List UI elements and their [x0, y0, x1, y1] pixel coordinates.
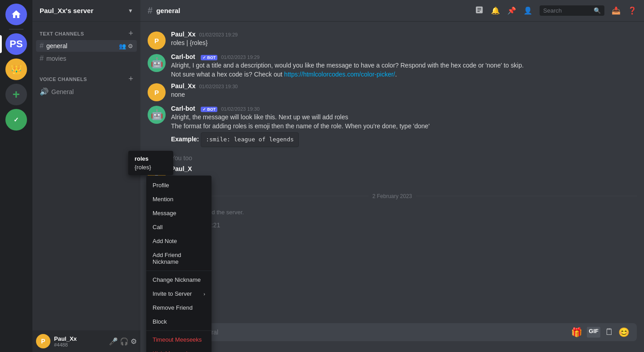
chevron-right-icon: › [203, 291, 205, 297]
members-icon[interactable]: 👥 [119, 43, 126, 50]
username: Paul_Xx [54, 335, 105, 342]
add-voice-channel-button[interactable]: + [128, 74, 133, 84]
context-menu-item-mention[interactable]: Mention [146, 192, 212, 206]
context-menu-item-call[interactable]: Call [146, 220, 212, 234]
server-icon-gold[interactable]: 👑 [5, 59, 27, 80]
message-group: P Paul_Xx 01/02/2023 19:30 none [140, 81, 644, 103]
main-content: # general 🔔 📌 👤 Search 🔍 📥 ❓ P Paul_Xx [140, 0, 644, 352]
inbox-icon[interactable]: 📥 [612, 6, 621, 15]
home-button[interactable] [5, 4, 27, 25]
chat-input[interactable] [167, 323, 567, 341]
channel-hash-icon: # [148, 5, 153, 16]
context-menu-item-message[interactable]: Message [146, 206, 212, 220]
message-content: Carl-bot ✓ BOT 01/02/2023 19:29 Alright,… [171, 53, 637, 79]
message-text: none [171, 90, 637, 99]
user-avatar: P [36, 334, 50, 348]
message-text: Alright, the message will look like this… [171, 113, 637, 149]
context-menu-item-invite-to-server[interactable]: Invite to Server › [146, 287, 212, 301]
message-header: Paul_X [171, 165, 637, 172]
channel-item-general[interactable]: # general 👥 ⚙ [36, 40, 137, 52]
message-content: Paul_Xx 01/02/2023 19:29 roles | {roles} [171, 31, 637, 48]
message-header: Carl-bot ✓ BOT 01/02/2023 19:30 [171, 105, 637, 112]
text-channels-label: TeXT CHANNELS [40, 31, 84, 36]
voice-channels-header: VOICE CHANNELS + [36, 74, 137, 84]
message-group: M Meesee at 16:21 w [140, 220, 644, 242]
server-icon-ps[interactable]: PS [5, 33, 27, 55]
add-server-button[interactable]: + [5, 84, 27, 105]
server-list: PS 👑 + ✓ [0, 0, 32, 352]
message-timestamp: 01/02/2023 19:29 [199, 32, 238, 37]
sidebar: Paul_Xx's server ▼ TeXT CHANNELS + # gen… [32, 0, 140, 352]
partial-you-too: You too [171, 154, 192, 162]
message-text: roles | {roles} [171, 39, 637, 48]
search-bar[interactable]: Search 🔍 [540, 5, 604, 16]
pin-icon[interactable]: 📌 [507, 6, 516, 15]
avatar: 🤖 [148, 106, 166, 124]
context-menu-item-block[interactable]: Block [146, 315, 212, 323]
message-header: Paul_Xx 01/02/2023 19:29 [171, 31, 637, 38]
sticker-icon[interactable]: 🗒 [605, 327, 614, 338]
context-menu-item-add-friend-nickname[interactable]: Add Friend Nickname [146, 248, 212, 269]
message-author: Paul_X [171, 165, 192, 172]
user-settings-icon[interactable]: ⚙ [131, 337, 137, 346]
channel-header-name: general [156, 7, 180, 14]
messages-area: P Paul_Xx 01/02/2023 19:29 roles | {role… [140, 22, 644, 323]
add-text-channel-button[interactable]: + [128, 29, 133, 38]
user-controls: 🎤 🎧 ⚙ [109, 337, 137, 346]
server-name-bar[interactable]: Paul_Xx's server ▼ [32, 0, 140, 22]
channel-header: # general 🔔 📌 👤 Search 🔍 📥 ❓ [140, 0, 644, 22]
gift-icon[interactable]: 🎁 [571, 327, 582, 338]
message-header: Paul_Xx 01/02/2023 19:30 [171, 82, 637, 90]
help-icon[interactable]: ❓ [628, 6, 637, 15]
settings-icon[interactable]: ⚙ [128, 43, 133, 50]
members-icon[interactable]: 👤 [523, 6, 532, 15]
threads-icon[interactable] [475, 5, 484, 16]
notifications-icon[interactable]: 🔔 [491, 6, 500, 15]
server-divider [9, 29, 23, 30]
avatar: P [148, 83, 166, 101]
channel-name-movies: movies [46, 55, 66, 62]
header-actions: 🔔 📌 👤 Search 🔍 📥 ❓ [475, 5, 637, 16]
message-header: Meesee at 16:21 [171, 221, 637, 229]
voice-channels-label: VOICE CHANNELS [40, 77, 87, 82]
date-separator-text: 2 February 2023 [372, 193, 412, 199]
chat-input-area: ⊕ 🎁 GIF 🗒 😊 [140, 323, 644, 352]
hex-color-link[interactable]: https://htmlcolorcodes.com/color-picker/ [284, 71, 395, 78]
message-header: Carl-bot ✓ BOT 01/02/2023 19:29 [171, 53, 637, 60]
message-timestamp: 01/02/2023 19:29 [221, 54, 260, 60]
message-group: 🤖 Carl-bot ✓ BOT 01/02/2023 19:29 Alrigh… [140, 51, 644, 81]
mute-icon[interactable]: 🎤 [109, 337, 118, 346]
channel-name-general: general [46, 42, 68, 50]
roles-tooltip-title: roles [140, 155, 167, 162]
voice-channel-name: General [51, 88, 74, 95]
user-panel: P Paul_Xx #4488 🎤 🎧 ⚙ [32, 330, 140, 352]
context-menu-separator [146, 271, 212, 271]
code-block: :smile: league of legends [201, 132, 299, 147]
deafen-icon[interactable]: 🎧 [120, 337, 129, 346]
context-menu-item-remove-friend[interactable]: Remove Friend [146, 301, 212, 315]
server-name: Paul_Xx's server [40, 7, 94, 14]
message-text: Alright, I got a title and a description… [171, 61, 637, 79]
search-label: Search [543, 7, 592, 14]
message-timestamp: 01/02/2023 19:30 [221, 106, 260, 112]
chat-input-icons: 🎁 GIF 🗒 😊 [571, 327, 630, 338]
voice-channels-section: VOICE CHANNELS + 🔊 General [32, 67, 140, 100]
avatar: P [148, 32, 166, 50]
channel-item-movies[interactable]: # movies [36, 53, 137, 64]
context-menu-item-profile[interactable]: Profile [146, 178, 212, 192]
roles-tooltip: roles {roles} [140, 151, 173, 175]
emoji-icon[interactable]: 😊 [618, 327, 630, 338]
text-channels-header: TeXT CHANNELS + [36, 29, 137, 38]
message-author: Paul_Xx [171, 82, 195, 90]
message-group: 🤖 Carl-bot ✓ BOT 01/02/2023 19:30 Alrigh… [140, 103, 644, 150]
message-content: Carl-bot ✓ BOT 01/02/2023 19:30 Alright,… [171, 105, 637, 149]
context-menu-item-add-note[interactable]: Add Note [146, 234, 212, 248]
hash-icon-movies: # [40, 54, 44, 63]
message-group: M Meese 🎭 [140, 255, 644, 294]
message-group: P Paul_X new [140, 163, 644, 186]
bot-badge: ✓ BOT [201, 107, 218, 112]
gif-icon[interactable]: GIF [587, 327, 600, 338]
server-icon-green[interactable]: ✓ [5, 109, 27, 131]
context-menu-item-change-nickname[interactable]: Change Nickname [146, 273, 212, 287]
voice-channel-general[interactable]: 🔊 General [36, 86, 137, 98]
